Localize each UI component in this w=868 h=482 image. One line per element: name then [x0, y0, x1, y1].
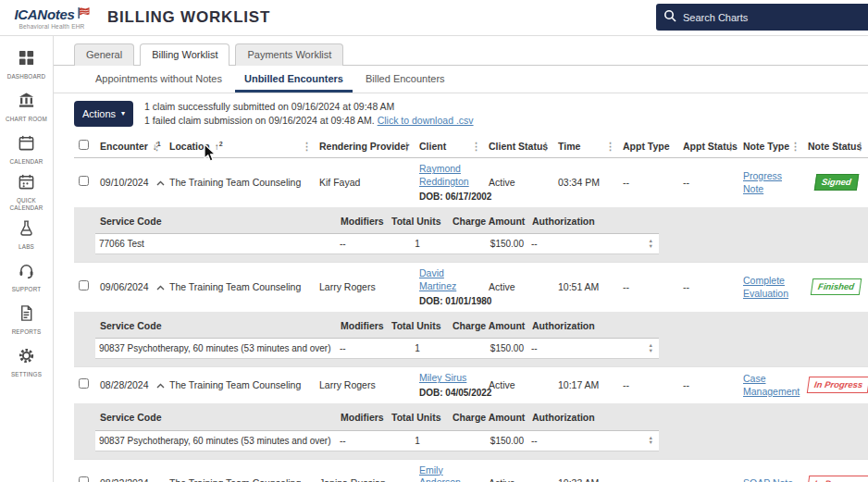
table-row[interactable]: 09/06/2024 The Training Team Counseling … [74, 263, 868, 312]
brand-text: ICANotes [14, 6, 74, 22]
note-type-link[interactable]: Progress Note [743, 170, 782, 194]
detail-col-service-code: Service Code [95, 406, 336, 430]
tab-unbilled-encounters[interactable]: Unbilled Encounters [235, 66, 353, 93]
row-checkbox[interactable] [79, 476, 89, 482]
col-header-encounter[interactable]: Encounter ↓1 ⋮ [95, 134, 165, 158]
col-header-client[interactable]: Client⋮ [415, 134, 484, 158]
row-checkbox[interactable] [79, 378, 89, 389]
authorization-spinner[interactable]: ▲▼ [649, 436, 653, 446]
authorization-spinner[interactable]: ▲▼ [649, 239, 653, 249]
note-type-link[interactable]: SOAP Note [743, 477, 793, 482]
charge-amount-cell: $150.00 [448, 339, 527, 359]
sidebar-item-quick-calendar[interactable]: QUICK CALENDAR [0, 171, 53, 214]
total-units-cell: 1 [387, 234, 448, 254]
support-headset-icon [18, 262, 35, 283]
table-header-row: Encounter ↓1 ⋮ Location ↑2 ⋮ Rendering P… [74, 134, 868, 158]
col-header-note-status[interactable]: Note Status⋮ [803, 134, 868, 158]
calendar-icon [18, 134, 35, 155]
column-menu-icon[interactable]: ⋮ [725, 140, 736, 152]
authorization-spinner[interactable]: ▲▼ [649, 343, 653, 353]
note-type-link[interactable]: Complete Evaluation [743, 275, 788, 299]
download-csv-link[interactable]: Click to download .csv [378, 115, 474, 126]
note-type-link[interactable]: Case Management [743, 373, 800, 397]
service-detail-data-row: 77066 Test -- 1 $150.00 --▲▼ [95, 234, 659, 254]
sidebar-item-calendar[interactable]: CALENDAR [0, 129, 53, 171]
sidebar-item-labs[interactable]: LABS [0, 214, 53, 256]
col-header-client-status[interactable]: Client Status⋮ [484, 134, 553, 158]
table-row[interactable]: 08/22/2024 The Training Team Counseling … [74, 459, 868, 482]
column-menu-icon[interactable]: ⋮ [302, 140, 312, 152]
detail-col-service-code: Service Code [95, 210, 336, 234]
client-link[interactable]: Emily Anderson [419, 464, 461, 482]
detail-col-total-units: Total Units [387, 406, 448, 430]
sidebar-item-chart-room[interactable]: CHART ROOM [0, 86, 53, 129]
claim-failed-message: 1 failed claim submission on 09/16/2024 … [144, 114, 473, 128]
sidebar-item-support[interactable]: SUPPORT [0, 256, 53, 299]
location-cell: The Training Team Counseling [165, 459, 315, 482]
tab-appointments-without-notes[interactable]: Appointments without Notes [86, 66, 231, 93]
col-header-appt-type[interactable]: Appt Type [618, 134, 678, 158]
tab-billing-worklist[interactable]: Billing Worklist [140, 43, 229, 66]
service-detail-table: Service Code Modifiers Total Units Charg… [95, 315, 659, 360]
col-header-location[interactable]: Location ↑2 ⋮ [165, 134, 315, 158]
table-row[interactable]: 08/28/2024 The Training Team Counseling … [74, 367, 868, 403]
col-header-rendering-provider[interactable]: Rendering Provider⋮ [315, 134, 415, 158]
client-link[interactable]: David Martinez [419, 267, 456, 291]
appt-status-cell: -- [678, 367, 738, 403]
chevron-up-icon[interactable] [156, 379, 165, 392]
client-link[interactable]: Miley Sirus [419, 372, 466, 383]
col-header-appt-status[interactable]: Appt Status⋮ [678, 134, 738, 158]
flag-icon [78, 6, 90, 22]
service-detail-table: Service Code Modifiers Total Units Charg… [95, 406, 659, 451]
client-dob: DOB: 04/05/2022 [419, 387, 480, 399]
sidebar-label: DASHBOARD [7, 73, 46, 80]
column-menu-icon[interactable]: ⋮ [471, 140, 481, 152]
sidebar-label: SUPPORT [12, 286, 42, 293]
quick-calendar-icon [18, 173, 35, 194]
select-all-checkbox[interactable] [79, 140, 89, 150]
secondary-tab-bar: Appointments without Notes Unbilled Enco… [54, 66, 868, 93]
client-link[interactable]: Raymond Reddington [419, 163, 469, 187]
sidebar-item-settings[interactable]: SETTINGS [0, 341, 53, 384]
appt-type-cell: -- [618, 263, 678, 312]
col-label: Note Status [808, 141, 862, 152]
page-title: BILLING WORKLIST [107, 8, 270, 27]
sidebar-item-reports[interactable]: REPORTS [0, 299, 53, 341]
top-header: ICANotes Behavioral Health EHR BILLING W… [0, 0, 868, 36]
table-row[interactable]: 09/10/2024 The Training Team Counseling … [74, 158, 868, 207]
row-checkbox[interactable] [79, 280, 89, 290]
sort-indicator-location[interactable]: ↑2 [215, 142, 223, 152]
column-menu-icon[interactable]: ⋮ [152, 140, 162, 152]
settings-gear-icon [18, 347, 35, 368]
tab-general[interactable]: General [74, 43, 134, 66]
actions-button[interactable]: Actions ▾ [74, 101, 133, 127]
appt-status-cell: -- [678, 263, 738, 312]
total-units-cell: 1 [387, 339, 448, 359]
charge-amount-cell: $150.00 [448, 430, 527, 451]
spinner-down-icon[interactable]: ▼ [649, 440, 653, 446]
column-menu-icon[interactable]: ⋮ [402, 140, 412, 152]
detail-col-authorization: Authorization [527, 210, 659, 234]
col-header-note-type[interactable]: Note Type⋮ [738, 134, 803, 158]
column-menu-icon[interactable]: ⋮ [605, 140, 615, 152]
sidebar-label: CHART ROOM [6, 116, 47, 123]
chevron-up-icon[interactable] [156, 281, 165, 294]
column-menu-icon[interactable]: ⋮ [855, 140, 865, 152]
tab-billed-encounters[interactable]: Billed Encounters [356, 66, 454, 93]
sidebar-label: CALENDAR [10, 158, 43, 166]
column-menu-icon[interactable]: ⋮ [790, 140, 800, 152]
sidebar-item-dashboard[interactable]: DASHBOARD [0, 43, 53, 86]
sidebar-label: SETTINGS [11, 371, 42, 378]
row-checkbox[interactable] [79, 176, 89, 186]
search-input[interactable]: Search Charts [656, 4, 868, 31]
icanotes-logo[interactable]: ICANotes Behavioral Health EHR [7, 6, 96, 30]
detail-col-charge-amount: Charge Amount [448, 406, 527, 430]
spinner-down-icon[interactable]: ▼ [649, 349, 653, 354]
tab-payments-worklist[interactable]: Payments Worklist [235, 43, 343, 66]
encounter-detail-row: Service Code Modifiers Total Units Charg… [74, 403, 868, 459]
column-menu-icon[interactable]: ⋮ [540, 140, 551, 152]
chevron-up-icon[interactable] [156, 177, 165, 190]
spinner-down-icon[interactable]: ▼ [649, 244, 653, 250]
detail-col-modifiers: Modifiers [336, 406, 387, 430]
col-header-time[interactable]: Time⋮ [553, 134, 618, 158]
